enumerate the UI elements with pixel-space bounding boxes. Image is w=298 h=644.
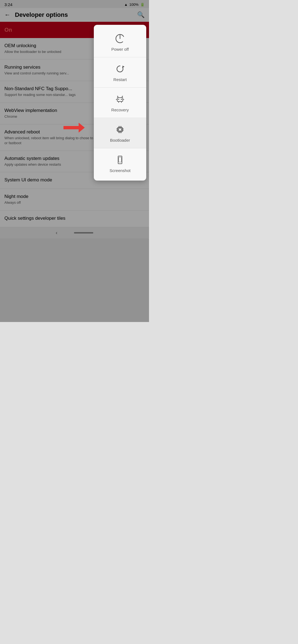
svg-point-13 <box>122 96 123 97</box>
power-off-button[interactable]: Power off <box>94 27 146 57</box>
power-off-label: Power off <box>111 47 129 52</box>
bootloader-button[interactable]: Bootloader <box>94 118 146 148</box>
recovery-label: Recovery <box>111 108 129 112</box>
power-off-icon <box>114 33 126 45</box>
svg-point-11 <box>117 96 118 97</box>
restart-button[interactable]: Restart <box>94 57 146 88</box>
restart-icon <box>114 63 126 75</box>
screenshot-button[interactable]: Screenshot <box>94 148 146 178</box>
svg-point-5 <box>121 99 122 100</box>
svg-marker-2 <box>123 66 124 68</box>
svg-rect-15 <box>119 128 121 131</box>
red-arrow <box>63 123 85 133</box>
arrow-head <box>79 123 85 133</box>
screenshot-icon <box>114 154 126 166</box>
arrow-shaft <box>63 126 79 129</box>
power-menu: Power off Restart <box>94 25 146 181</box>
recovery-button[interactable]: Recovery <box>94 88 146 118</box>
screenshot-label: Screenshot <box>110 168 131 173</box>
bootloader-icon <box>114 124 126 136</box>
recovery-icon <box>114 93 126 105</box>
svg-point-4 <box>118 99 119 100</box>
svg-rect-29 <box>119 157 121 162</box>
svg-rect-3 <box>117 98 123 101</box>
restart-label: Restart <box>113 77 127 82</box>
bootloader-label: Bootloader <box>110 138 130 143</box>
